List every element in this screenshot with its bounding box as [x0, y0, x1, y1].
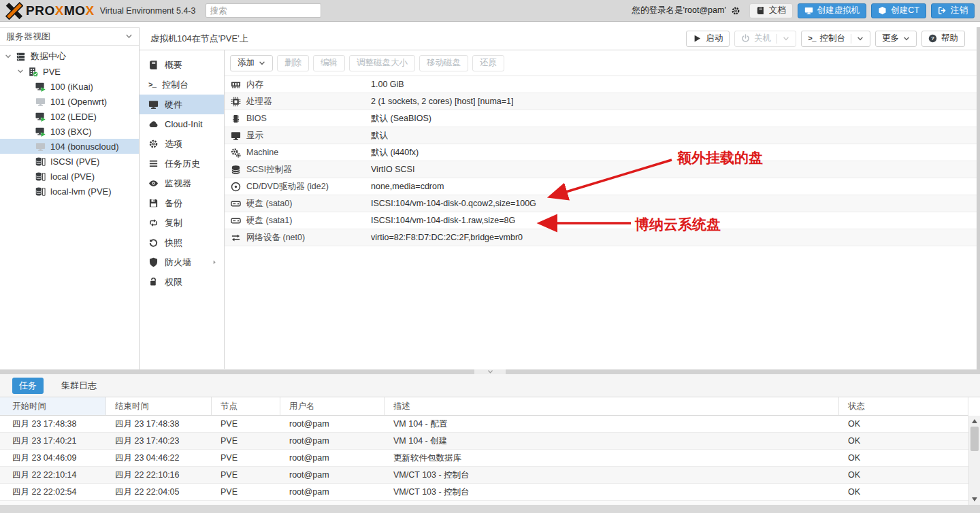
- menu-item-firewall[interactable]: 防火墙: [140, 252, 224, 272]
- tree-item-pve[interactable]: PVE: [0, 64, 139, 79]
- vm-running-icon: [35, 82, 46, 92]
- tasks-table-body: 四月 23 17:48:38四月 23 17:48:38PVEroot@pamV…: [0, 416, 968, 501]
- task-row[interactable]: 四月 23 17:40:21四月 23 17:40:23PVEroot@pamV…: [0, 433, 968, 450]
- remove-button[interactable]: 删除: [277, 55, 309, 71]
- menu-item-options[interactable]: 选项: [140, 134, 224, 154]
- hw-label: 显示: [246, 130, 371, 142]
- resize-disk-button[interactable]: 调整磁盘大小: [349, 55, 415, 71]
- menu-item-console[interactable]: >_控制台: [140, 75, 224, 95]
- hw-row-cdrom-ide2[interactable]: CD/DVD驱动器 (ide2)none,media=cdrom: [225, 178, 980, 195]
- page-title: 虚拟机104在节点'PVE'上: [150, 33, 248, 45]
- move-disk-button[interactable]: 移动磁盘: [419, 55, 468, 71]
- col-header-1[interactable]: 结束时间: [106, 397, 212, 415]
- button-label: 创建CT: [891, 5, 919, 16]
- create-vm-button[interactable]: 创建虚拟机: [798, 3, 867, 18]
- search-input[interactable]: [206, 3, 321, 18]
- menu-item-cloud-init[interactable]: Cloud-Init: [140, 114, 224, 134]
- hw-row-scsi-controller[interactable]: SCSI控制器VirtIO SCSI: [225, 161, 980, 178]
- menu-item-backup[interactable]: 备份: [140, 193, 224, 213]
- col-header-2[interactable]: 节点: [212, 397, 280, 415]
- storage-icon: [35, 156, 46, 167]
- logout-button[interactable]: 注销: [931, 3, 975, 18]
- menu-item-overview[interactable]: 概要: [140, 55, 224, 75]
- scroll-thumb[interactable]: [970, 427, 979, 451]
- shutdown-button[interactable]: 关机: [734, 31, 796, 47]
- settings-gear-icon[interactable]: [731, 6, 740, 16]
- help-button[interactable]: ?帮助: [921, 31, 965, 47]
- col-header-4[interactable]: 描述: [385, 397, 839, 415]
- hw-value: ISCSI:104/vm-104-disk-0.qcow2,size=100G: [371, 199, 536, 208]
- hw-label: 硬盘 (sata1): [246, 215, 371, 227]
- splitter-collapse-handle[interactable]: [474, 369, 506, 374]
- cpu-icon: [230, 97, 241, 107]
- task-cell: OK: [839, 470, 968, 480]
- tree-item-storage-local[interactable]: local (PVE): [0, 169, 139, 184]
- start-button[interactable]: 启动: [686, 31, 730, 47]
- book-icon: [756, 6, 765, 15]
- create-ct-button[interactable]: 创建CT: [871, 3, 926, 18]
- tree-item-datacenter[interactable]: 数据中心: [0, 49, 139, 64]
- menu-item-task-history[interactable]: 任务历史: [140, 154, 224, 173]
- disc-icon: [230, 182, 241, 192]
- panel-splitter[interactable]: [0, 369, 980, 374]
- tree-item-storage-iscsi[interactable]: ISCSI (PVE): [0, 154, 139, 169]
- proxmox-x-logo-icon: [5, 2, 23, 20]
- task-row[interactable]: 四月 23 17:48:38四月 23 17:48:38PVEroot@pamV…: [0, 416, 968, 433]
- power-icon: [741, 34, 750, 43]
- tree-item-vm-101[interactable]: 101 (Openwrt): [0, 94, 139, 109]
- scroll-up-icon[interactable]: [972, 419, 977, 423]
- task-row[interactable]: 四月 22 22:02:54四月 22 22:04:05PVEroot@pamV…: [0, 484, 968, 501]
- task-row[interactable]: 四月 23 04:46:09四月 23 04:46:22PVEroot@pam更…: [0, 450, 968, 467]
- tree-item-label: local-lvm (PVE): [49, 186, 112, 197]
- hw-row-processors[interactable]: 处理器2 (1 sockets, 2 cores) [host] [numa=1…: [225, 93, 980, 110]
- tab-cluster-log[interactable]: 集群日志: [54, 378, 103, 394]
- task-cell: VM 104 - 创建: [385, 435, 839, 447]
- hw-row-network-net0[interactable]: 网络设备 (net0)virtio=82:F8:D7:DC:2C:2F,brid…: [225, 229, 980, 246]
- view-selector[interactable]: 服务器视图: [0, 28, 139, 46]
- tasks-scrollbar[interactable]: [968, 416, 980, 505]
- scroll-down-icon[interactable]: [972, 497, 977, 501]
- tree-item-vm-102[interactable]: 102 (LEDE): [0, 109, 139, 124]
- menu-item-replication[interactable]: 复制: [140, 213, 224, 233]
- task-cell: PVE: [212, 419, 280, 429]
- tasks-tabbar: 任务集群日志: [0, 374, 980, 397]
- edit-button[interactable]: 编辑: [313, 55, 345, 71]
- docs-button[interactable]: 文档: [749, 3, 793, 18]
- add-button[interactable]: 添加: [230, 55, 273, 71]
- hw-value: virtio=82:F8:D7:DC:2C:2F,bridge=vmbr0: [371, 233, 523, 242]
- task-cell: root@pam: [280, 419, 385, 429]
- hw-row-display[interactable]: 显示默认: [225, 127, 980, 144]
- hw-row-bios[interactable]: BIOS默认 (SeaBIOS): [225, 110, 980, 127]
- tree-item-label: ISCSI (PVE): [49, 156, 99, 167]
- more-button[interactable]: 更多: [875, 31, 917, 47]
- tree-item-vm-103[interactable]: 103 (BXC): [0, 124, 139, 139]
- revert-button[interactable]: 还原: [472, 55, 504, 71]
- col-header-5[interactable]: 状态: [839, 397, 968, 415]
- caret-down-icon: [903, 35, 910, 42]
- net-icon: [230, 233, 241, 243]
- task-row[interactable]: 四月 22 22:10:14四月 22 22:10:16PVEroot@pamV…: [0, 467, 968, 484]
- hw-row-harddisk-sata1[interactable]: 硬盘 (sata1)ISCSI:104/vm-104-disk-1.raw,si…: [225, 212, 980, 229]
- col-header-label: 结束时间: [115, 401, 149, 412]
- col-header-0[interactable]: 开始时间: [0, 397, 106, 415]
- col-header-label: 描述: [393, 401, 410, 412]
- console-button[interactable]: >_控制台: [801, 31, 870, 47]
- button-label: 创建虚拟机: [817, 5, 860, 16]
- menu-item-snapshots[interactable]: 快照: [140, 233, 224, 252]
- menu-item-hardware[interactable]: 硬件: [140, 95, 224, 114]
- hw-row-machine[interactable]: Machine默认 (i440fx): [225, 144, 980, 161]
- col-header-label: 状态: [848, 401, 865, 412]
- menu-item-monitor[interactable]: 监视器: [140, 173, 224, 193]
- menu-item-label: 选项: [165, 138, 182, 150]
- hw-row-memory[interactable]: 内存1.00 GiB: [225, 76, 980, 93]
- tree-item-vm-104[interactable]: 104 (bonuscloud): [0, 139, 139, 154]
- menu-item-permissions[interactable]: 权限: [140, 272, 224, 292]
- tree-item-storage-local-lvm[interactable]: local-lvm (PVE): [0, 184, 139, 199]
- col-header-3[interactable]: 用户名: [280, 397, 385, 415]
- hw-row-harddisk-sata0[interactable]: 硬盘 (sata0)ISCSI:104/vm-104-disk-0.qcow2,…: [225, 195, 980, 212]
- button-label: 删除: [284, 57, 301, 69]
- tab-tasks[interactable]: 任务: [12, 378, 44, 394]
- task-cell: 四月 23 17:40:21: [0, 435, 106, 447]
- button-label: 启动: [706, 33, 723, 44]
- tree-item-vm-100[interactable]: 100 (iKuai): [0, 79, 139, 94]
